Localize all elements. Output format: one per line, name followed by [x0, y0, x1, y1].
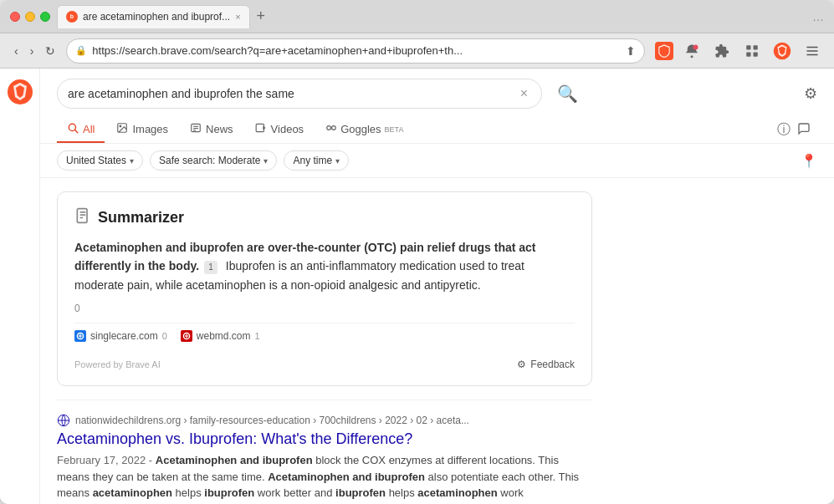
traffic-lights	[10, 12, 50, 22]
svg-rect-4	[746, 45, 750, 49]
goggles-icon	[325, 122, 337, 136]
svg-rect-6	[746, 52, 750, 56]
chat-icon[interactable]	[797, 122, 811, 139]
svg-point-24	[332, 126, 336, 130]
tab-goggles[interactable]: Goggles BETA	[315, 117, 413, 143]
forward-button[interactable]: ›	[26, 43, 38, 59]
location-icon[interactable]: 📍	[801, 153, 817, 169]
svg-point-3	[693, 44, 698, 49]
source-1-favicon	[74, 330, 86, 342]
refresh-button[interactable]: ↻	[41, 43, 59, 59]
info-icon[interactable]: ⓘ	[777, 121, 791, 139]
tab-bar: b are acetaminophen and ibuprof... × +	[57, 5, 806, 28]
safe-search-arrow-icon: ▾	[264, 156, 268, 165]
tab-goggles-label: Goggles	[340, 123, 381, 135]
svg-rect-11	[806, 53, 818, 55]
content-area: Summarizer Acetaminophen and ibuprofen a…	[40, 178, 609, 504]
result-site-icon	[57, 414, 70, 427]
brave-shield-icon[interactable]	[655, 42, 673, 60]
feedback-button[interactable]: ⚙ Feedback	[517, 359, 575, 370]
tab-title: are acetaminophen and ibuprof...	[83, 11, 230, 23]
tab-images[interactable]: Images	[106, 117, 178, 143]
nav-buttons: ‹ › ↻	[10, 43, 59, 59]
videos-icon	[255, 122, 267, 136]
region-filter[interactable]: United States ▾	[57, 150, 143, 171]
window-more-button[interactable]: …	[812, 10, 824, 23]
svg-rect-10	[806, 50, 818, 52]
svg-rect-21	[256, 124, 264, 131]
tab-actions: ⓘ	[777, 121, 817, 139]
news-icon	[190, 122, 202, 136]
tab-favicon: b	[66, 11, 78, 23]
notifications-icon[interactable]	[680, 39, 704, 63]
source-2-favicon	[181, 330, 192, 342]
search-input[interactable]	[68, 87, 517, 100]
search-input-wrapper[interactable]: ×	[57, 79, 542, 109]
brave-logo-icon[interactable]	[770, 39, 794, 63]
summarizer-box: Summarizer Acetaminophen and ibuprofen a…	[57, 191, 592, 386]
summarizer-bold-part1: Acetaminophen and ibuprofen are over-the…	[74, 241, 536, 272]
svg-line-14	[74, 130, 78, 133]
result-title[interactable]: Acetaminophen vs. Ibuprofen: What's the …	[57, 430, 592, 448]
svg-rect-7	[754, 52, 758, 56]
search-icon: 🔍	[557, 84, 578, 103]
svg-text:b: b	[70, 13, 74, 19]
back-button[interactable]: ‹	[10, 43, 23, 59]
search-result-1: nationwidechildrens.org › family-resourc…	[57, 400, 592, 504]
maximize-button[interactable]	[40, 12, 50, 22]
minimize-button[interactable]	[25, 12, 35, 22]
sources-row: singlecare.com 0 webmd.com 1	[74, 323, 575, 342]
new-tab-button[interactable]: +	[253, 8, 269, 25]
summarizer-body: Acetaminophen and ibuprofen are over-the…	[74, 238, 575, 294]
summarizer-header: Summarizer	[74, 207, 575, 228]
url-bar[interactable]: 🔒 https://search.brave.com/search?q=are+…	[66, 38, 645, 64]
share-button[interactable]: ⬆	[626, 44, 636, 58]
source-2: webmd.com 1	[181, 330, 260, 342]
search-bar-row: × 🔍 ⚙	[57, 79, 817, 109]
time-filter[interactable]: Any time ▾	[284, 150, 349, 171]
browser-content: × 🔍 ⚙ All	[0, 69, 834, 504]
brave-sidebar-logo	[7, 79, 33, 105]
svg-rect-9	[806, 46, 818, 48]
tab-videos-label: Videos	[271, 123, 304, 135]
tab-all[interactable]: All	[57, 117, 105, 143]
tab-images-label: Images	[132, 123, 168, 135]
source-1-num: 0	[162, 331, 167, 341]
titlebar: b are acetaminophen and ibuprof... × + …	[0, 0, 834, 33]
apps-icon[interactable]	[740, 39, 764, 63]
result-date: February 17, 2022 -	[57, 454, 156, 466]
goggles-beta-label: BETA	[385, 125, 404, 134]
tab-news-label: News	[206, 123, 233, 135]
tab-all-label: All	[83, 123, 95, 135]
all-icon	[67, 122, 79, 136]
search-submit-button[interactable]: 🔍	[550, 80, 585, 107]
address-bar: ‹ › ↻ 🔒 https://search.brave.com/search?…	[0, 33, 834, 69]
tab-news[interactable]: News	[180, 117, 243, 143]
source-2-name: webmd.com	[197, 330, 251, 342]
source-1-name: singlecare.com	[90, 330, 158, 342]
search-clear-button[interactable]: ×	[517, 86, 531, 101]
settings-icon[interactable]: ⚙	[804, 84, 817, 103]
summarizer-doc-icon	[74, 207, 91, 228]
feedback-label: Feedback	[530, 359, 575, 370]
close-button[interactable]	[10, 12, 20, 22]
url-text: https://search.brave.com/search?q=are+ac…	[92, 44, 621, 57]
active-tab[interactable]: b are acetaminophen and ibuprof... ×	[57, 5, 250, 28]
result-snippet: February 17, 2022 - Acetaminophen and ib…	[57, 452, 592, 501]
tab-videos[interactable]: Videos	[245, 117, 315, 143]
extensions-icon[interactable]	[710, 39, 734, 63]
source-1: singlecare.com 0	[74, 330, 167, 342]
result-breadcrumb: nationwidechildrens.org › family-resourc…	[75, 415, 469, 426]
summarizer-title: Summarizer	[98, 209, 184, 227]
safe-search-label: Safe search: Moderate	[159, 155, 260, 166]
main-area: × 🔍 ⚙ All	[40, 69, 834, 504]
safe-search-filter[interactable]: Safe search: Moderate ▾	[150, 150, 277, 171]
tab-close-button[interactable]: ×	[235, 12, 240, 22]
menu-icon[interactable]	[801, 39, 824, 63]
result-url-row: nationwidechildrens.org › family-resourc…	[57, 414, 592, 427]
search-header: × 🔍 ⚙ All	[40, 69, 834, 144]
region-label: United States	[66, 155, 126, 166]
filters-row: United States ▾ Safe search: Moderate ▾ …	[40, 144, 834, 178]
svg-point-2	[691, 55, 693, 58]
toolbar-icons	[655, 39, 824, 63]
